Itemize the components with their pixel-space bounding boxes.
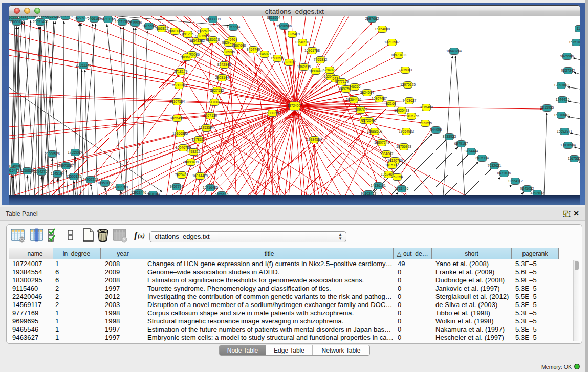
svg-text:10807487: 10807487 [372,97,387,100]
svg-text:10025438: 10025438 [394,108,409,112]
svg-text:989612: 989612 [181,55,193,59]
svg-text:1167533: 1167533 [568,157,580,160]
svg-text:10719155: 10719155 [100,17,116,21]
svg-text:1244415: 1244415 [556,98,570,101]
svg-text:7485063: 7485063 [399,68,412,72]
svg-text:10688609: 10688609 [367,129,382,133]
svg-text:8186328: 8186328 [206,38,220,41]
svg-text:1145194: 1145194 [51,172,64,176]
svg-text:8215955: 8215955 [540,106,554,110]
svg-text:19218506: 19218506 [276,24,292,28]
svg-text:9699695: 9699695 [419,121,432,125]
svg-text:6475255: 6475255 [215,193,229,196]
svg-text:19756928: 19756928 [396,145,411,148]
svg-text:16120746: 16120746 [387,159,403,162]
svg-text:6794028: 6794028 [323,68,337,72]
svg-text:3624554: 3624554 [360,91,374,94]
svg-text:891295: 891295 [182,32,194,36]
svg-text:15751074: 15751074 [569,40,580,44]
svg-text:10653287: 10653287 [58,16,73,18]
svg-text:13226058: 13226058 [197,29,212,33]
svg-text:18300295: 18300295 [265,111,280,115]
svg-text:10654112: 10654112 [508,179,523,183]
svg-text:16671355: 16671355 [115,20,130,24]
svg-text:17359924: 17359924 [68,150,83,154]
svg-text:10958127: 10958127 [97,181,113,185]
svg-text:20206526: 20206526 [45,152,60,156]
svg-text:1990448: 1990448 [309,69,323,73]
svg-text:2367608: 2367608 [232,43,246,47]
svg-text:7625402: 7625402 [175,173,189,177]
svg-text:20691406: 20691406 [33,20,48,24]
svg-text:4192832: 4192832 [531,191,545,195]
svg-text:2718179: 2718179 [174,70,188,73]
svg-text:9245052: 9245052 [520,187,534,190]
svg-text:12505135: 12505135 [66,174,81,178]
svg-text:16648764: 16648764 [446,49,462,53]
svg-text:1845061: 1845061 [9,164,22,168]
svg-text:16210643: 16210643 [554,113,569,117]
svg-text:16107554: 16107554 [169,100,185,103]
svg-text:9115460: 9115460 [420,105,433,109]
svg-text:111: 111 [577,27,580,30]
svg-text:(x): (x) [138,232,145,239]
svg-text:2935114: 2935114 [475,156,489,160]
svg-text:546: 546 [229,38,235,41]
svg-text:18640910: 18640910 [295,40,310,44]
svg-text:15716485: 15716485 [203,186,218,189]
svg-text:8242848: 8242848 [217,63,231,67]
svg-text:9227342: 9227342 [561,69,575,72]
svg-text:7515526: 7515526 [128,21,142,25]
svg-text:9463627: 9463627 [403,99,417,102]
svg-text:4498222: 4498222 [187,150,201,154]
svg-text:746266: 746266 [349,85,361,89]
svg-text:10973493: 10973493 [391,53,406,57]
svg-text:20053346: 20053346 [76,63,91,67]
svg-text:10046738: 10046738 [176,146,191,149]
svg-text:7663822: 7663822 [155,27,169,30]
svg-text:8322037: 8322037 [282,60,296,64]
svg-text:9857791: 9857791 [170,185,184,188]
svg-text:12923446: 12923446 [131,191,146,194]
svg-text:16033809: 16033809 [205,17,221,21]
svg-text:19055712: 19055712 [9,20,25,24]
svg-text:12093872: 12093872 [554,83,569,87]
svg-text:1733426: 1733426 [395,187,409,190]
svg-text:2803144: 2803144 [215,76,229,79]
svg-text:9777169: 9777169 [335,80,349,83]
svg-text:8454749: 8454749 [247,48,260,51]
svg-text:8427552: 8427552 [210,89,224,92]
svg-text:3267130: 3267130 [204,114,217,117]
svg-text:7955812: 7955812 [314,58,328,61]
svg-text:16914479: 16914479 [192,174,208,178]
svg-text:14136141: 14136141 [371,184,386,187]
svg-text:1588520: 1588520 [271,56,285,60]
svg-text:8813054: 8813054 [267,16,281,19]
svg-text:15720407: 15720407 [361,119,377,122]
svg-text:12213389: 12213389 [171,83,187,87]
svg-text:18807249: 18807249 [374,141,389,144]
svg-text:1156829: 1156829 [20,169,34,172]
svg-text:617004: 617004 [209,100,221,104]
svg-text:93103413: 93103413 [361,192,376,195]
svg-text:6879197: 6879197 [454,142,468,145]
svg-text:252254: 252254 [391,175,403,179]
svg-text:8938923: 8938923 [443,135,456,138]
svg-text:12942757: 12942757 [34,170,49,173]
svg-text:16961758: 16961758 [304,49,320,52]
svg-text:7816184: 7816184 [146,192,160,196]
svg-text:5875685: 5875685 [222,50,235,54]
svg-text:20364436: 20364436 [346,98,361,101]
svg-text:8471676: 8471676 [497,171,511,175]
svg-text:19654923: 19654923 [399,129,414,133]
svg-text:8878334: 8878334 [192,138,206,141]
svg-text:9600133: 9600133 [25,16,38,17]
svg-text:17016504: 17016504 [560,143,576,147]
svg-text:144095: 144095 [430,128,442,132]
svg-text:12213967: 12213967 [384,40,400,44]
svg-text:9474444: 9474444 [465,149,478,153]
svg-text:16782759: 16782759 [113,185,128,189]
svg-text:9329966: 9329966 [560,54,574,58]
svg-text:1527602: 1527602 [74,16,88,20]
svg-text:13325419: 13325419 [285,32,300,36]
